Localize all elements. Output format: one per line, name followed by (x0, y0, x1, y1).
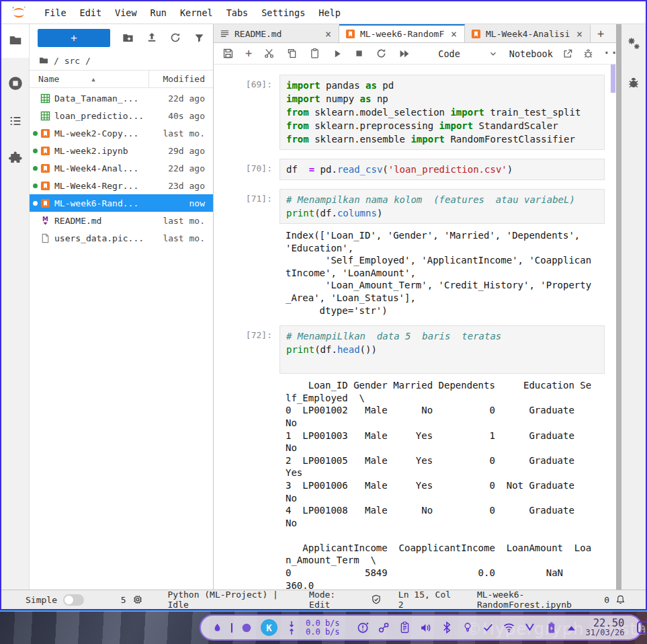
kernel-sessions-count[interactable]: 5 (121, 595, 126, 605)
execution-prompt: [69]: (214, 75, 279, 150)
menu-kernel[interactable]: Kernel (173, 7, 220, 18)
file-modified: last mo. (151, 233, 213, 243)
file-list-header: Name ▲ Modified (30, 70, 213, 88)
battery-icon[interactable] (544, 621, 558, 635)
cell-input-editor[interactable]: # MenampiLlkan data 5 baris teratasprint… (279, 325, 605, 374)
debugger-sidebar-icon[interactable] (625, 74, 642, 91)
property-inspector-icon[interactable] (625, 35, 642, 52)
notebook-cell[interactable]: [70]:df = pd.read_csv('loan_prediction.c… (214, 159, 605, 180)
show-desktop-button[interactable] (637, 621, 647, 634)
v-app-icon[interactable] (523, 621, 537, 635)
wifi-icon[interactable] (503, 621, 516, 635)
right-sidebar (621, 24, 646, 590)
kernel-label[interactable]: Notebook (509, 48, 553, 59)
menu-settings[interactable]: Settings (255, 7, 312, 18)
restart-run-all-icon[interactable] (398, 48, 411, 60)
new-tab-button[interactable]: + (591, 24, 611, 42)
notebook-mode[interactable]: Mode: Edit (309, 590, 354, 610)
tab-close-icon[interactable]: × (449, 28, 458, 40)
file-row[interactable]: ML-week2.ipynb29d ago (30, 142, 213, 159)
clock[interactable]: 22.50 31/03/26 (586, 618, 625, 638)
menu-file[interactable]: File (38, 7, 73, 18)
new-folder-icon[interactable] (122, 31, 134, 44)
cell-input-editor[interactable]: df = pd.read_csv('loan_prediction.csv') (279, 159, 605, 180)
external-link-icon[interactable] (562, 48, 574, 60)
column-name[interactable]: Name (38, 74, 59, 84)
running-sessions-icon[interactable] (5, 73, 26, 93)
file-row[interactable]: users_data.pic...last mo. (30, 229, 213, 247)
menu-edit[interactable]: Edit (73, 7, 109, 18)
file-row[interactable]: ML-week6-Rand...now (30, 194, 213, 212)
night-color-bulb-icon[interactable] (461, 621, 474, 635)
column-modified[interactable]: Modified (148, 71, 213, 87)
notebook-cell[interactable]: [71]:# Menampilkan nama kolom (features … (214, 189, 605, 317)
kernel-status[interactable]: Python (ML-Project) | Idle (168, 590, 285, 610)
menu-view[interactable]: View (108, 7, 144, 18)
notebook-cell[interactable]: [72]:# MenampiLlkan data 5 baris teratas… (214, 325, 605, 590)
cursor-position[interactable]: Ln 15, Col 2 (398, 590, 452, 610)
upload-icon[interactable] (146, 31, 158, 44)
volume-icon[interactable] (419, 621, 433, 635)
add-cell-icon[interactable]: + (245, 48, 252, 59)
notebook-cell[interactable]: [69]:import pandas as pdimport numpy as … (214, 75, 605, 150)
save-icon[interactable] (222, 48, 234, 60)
file-file-icon (40, 233, 50, 243)
menu-tabs[interactable]: Tabs (220, 7, 255, 18)
tab-ml-week4-analisis[interactable]: ML-Week4-Analisis× (465, 24, 591, 42)
file-name: ML-Week4-Regr... (54, 181, 151, 191)
activity-bar (1, 24, 30, 590)
cut-cell-icon[interactable] (263, 48, 275, 60)
copy-cell-icon[interactable] (286, 48, 298, 60)
sort-ascending-icon[interactable]: ▲ (91, 76, 95, 83)
restart-kernel-icon[interactable] (376, 48, 387, 60)
table-of-contents-icon[interactable] (5, 111, 26, 131)
kde-launcher-icon[interactable]: K (261, 619, 277, 636)
tab-readme-md[interactable]: README.md× (214, 24, 339, 42)
cell-input-editor[interactable]: import pandas as pdimport numpy as npfro… (279, 75, 605, 150)
debugger-icon[interactable] (583, 48, 595, 60)
markdown-file-icon: M (40, 215, 50, 226)
file-row[interactable]: ML-Week4-Anal...22d ago (30, 159, 213, 177)
menu-run[interactable]: Run (144, 7, 173, 18)
paste-cell-icon[interactable] (309, 48, 320, 60)
file-row[interactable]: ML-week2-Copy...last mo. (30, 124, 213, 142)
water-drop-icon[interactable] (210, 621, 224, 635)
network-speed-readout[interactable]: 0.0 b/s 0.0 b/s (306, 619, 340, 637)
menu-help[interactable]: Help (312, 7, 347, 18)
trust-shield-icon[interactable] (371, 594, 382, 605)
active-filename[interactable]: ML-week6-RandomForest.ipynb (477, 590, 598, 610)
file-browser-icon[interactable] (5, 30, 26, 50)
new-launcher-button[interactable]: + (38, 29, 110, 47)
bluetooth-icon[interactable] (440, 621, 454, 635)
cell-type-dropdown[interactable]: Code (438, 48, 498, 59)
bell-icon[interactable] (615, 594, 626, 605)
tray-expand-caret-icon[interactable] (565, 621, 578, 635)
download-speed: 0.0 b/s (306, 619, 340, 628)
tab-close-icon[interactable]: × (575, 28, 584, 40)
extensions-icon[interactable] (5, 149, 26, 169)
status-check-icon[interactable] (482, 621, 495, 635)
file-row[interactable]: MREADME.mdlast mo. (30, 212, 213, 229)
tab-close-icon[interactable]: × (324, 28, 333, 40)
notification-count[interactable]: 0 (604, 595, 609, 605)
simple-mode-toggle[interactable] (63, 594, 84, 606)
file-row[interactable]: Data_Tanaman_...22d ago (30, 89, 213, 107)
scrollbar-thumb[interactable] (611, 65, 615, 93)
stop-kernel-icon[interactable] (354, 48, 364, 60)
clipboard-icon[interactable] (398, 621, 412, 635)
panel-splitter[interactable] (616, 24, 621, 590)
file-row[interactable]: ML-Week4-Regr...23d ago (30, 177, 213, 194)
updates-alert-icon[interactable] (357, 621, 370, 635)
tab-ml-week6-randomf[interactable]: ML-week6-RandomF× (339, 24, 465, 42)
refresh-icon[interactable] (169, 31, 181, 44)
run-cell-icon[interactable] (332, 48, 343, 60)
file-row[interactable]: loan_predictio...40s ago (30, 107, 213, 124)
app-circle-icon[interactable] (240, 621, 253, 635)
filter-icon[interactable] (193, 31, 205, 44)
tab-bar: README.md×ML-week6-RandomF×ML-Week4-Anal… (214, 24, 616, 43)
breadcrumb[interactable]: / src / (30, 51, 213, 70)
steam-icon[interactable] (378, 621, 391, 635)
open-indicator-dot (33, 166, 38, 171)
kernel-sessions-icon[interactable] (132, 594, 143, 605)
cell-input-editor[interactable]: # Menampilkan nama kolom (features atau … (279, 189, 605, 224)
